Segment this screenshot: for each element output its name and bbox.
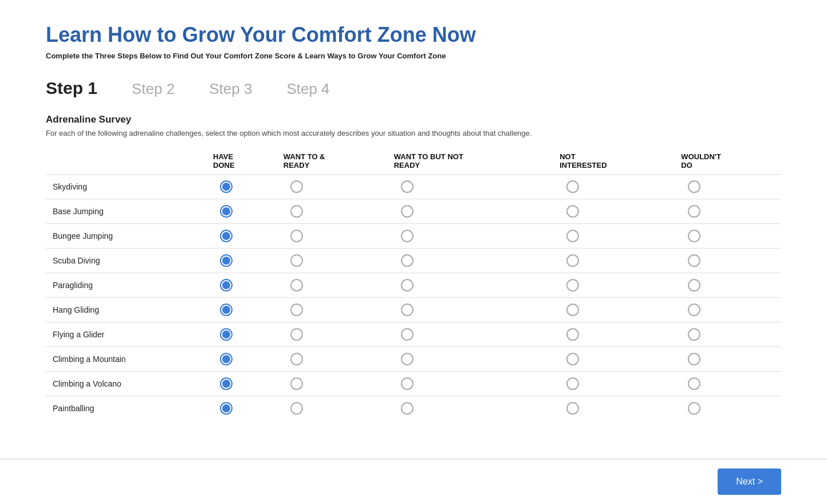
radio-cell[interactable]: [674, 224, 781, 249]
radio-button[interactable]: [290, 304, 303, 316]
radio-cell[interactable]: [206, 249, 277, 273]
radio-cell[interactable]: [277, 298, 387, 322]
step-3-label[interactable]: Step 3: [209, 80, 252, 98]
radio-button[interactable]: [401, 353, 414, 365]
radio-cell[interactable]: [277, 322, 387, 347]
radio-cell[interactable]: [553, 199, 674, 224]
radio-cell[interactable]: [206, 175, 277, 199]
radio-cell[interactable]: [206, 199, 277, 224]
radio-cell[interactable]: [553, 322, 674, 347]
radio-button[interactable]: [220, 230, 233, 242]
radio-button[interactable]: [688, 353, 700, 365]
radio-cell[interactable]: [387, 224, 553, 249]
radio-cell[interactable]: [553, 347, 674, 372]
radio-button[interactable]: [290, 205, 303, 218]
radio-cell[interactable]: [674, 347, 781, 372]
radio-button[interactable]: [566, 377, 579, 390]
radio-button[interactable]: [688, 377, 700, 390]
radio-button[interactable]: [401, 402, 414, 415]
radio-button[interactable]: [220, 328, 233, 341]
radio-cell[interactable]: [277, 396, 387, 421]
radio-button[interactable]: [566, 402, 579, 415]
radio-button[interactable]: [290, 328, 303, 341]
radio-button[interactable]: [688, 254, 700, 267]
radio-cell[interactable]: [553, 175, 674, 199]
radio-button[interactable]: [566, 205, 579, 218]
radio-button[interactable]: [290, 377, 303, 390]
radio-cell[interactable]: [206, 298, 277, 322]
radio-button[interactable]: [220, 304, 233, 316]
step-1-label[interactable]: Step 1: [46, 78, 97, 98]
radio-cell[interactable]: [387, 347, 553, 372]
radio-button[interactable]: [290, 254, 303, 267]
radio-button[interactable]: [566, 230, 579, 242]
radio-cell[interactable]: [674, 396, 781, 421]
radio-cell[interactable]: [553, 224, 674, 249]
radio-cell[interactable]: [206, 396, 277, 421]
radio-cell[interactable]: [277, 175, 387, 199]
radio-cell[interactable]: [277, 372, 387, 396]
radio-cell[interactable]: [553, 396, 674, 421]
radio-cell[interactable]: [387, 372, 553, 396]
radio-cell[interactable]: [206, 372, 277, 396]
radio-button[interactable]: [220, 279, 233, 292]
radio-button[interactable]: [220, 353, 233, 365]
radio-cell[interactable]: [674, 273, 781, 298]
radio-cell[interactable]: [387, 273, 553, 298]
radio-button[interactable]: [220, 254, 233, 267]
radio-cell[interactable]: [206, 347, 277, 372]
radio-cell[interactable]: [387, 175, 553, 199]
radio-button[interactable]: [688, 230, 700, 242]
step-4-label[interactable]: Step 4: [286, 80, 329, 98]
radio-cell[interactable]: [277, 249, 387, 273]
radio-cell[interactable]: [277, 224, 387, 249]
radio-button[interactable]: [688, 279, 700, 292]
radio-cell[interactable]: [387, 249, 553, 273]
radio-cell[interactable]: [387, 322, 553, 347]
radio-cell[interactable]: [674, 199, 781, 224]
radio-button[interactable]: [401, 377, 414, 390]
radio-cell[interactable]: [277, 347, 387, 372]
radio-cell[interactable]: [553, 273, 674, 298]
radio-cell[interactable]: [387, 396, 553, 421]
radio-button[interactable]: [401, 180, 414, 193]
radio-button[interactable]: [566, 254, 579, 267]
radio-cell[interactable]: [674, 372, 781, 396]
radio-button[interactable]: [290, 180, 303, 193]
radio-cell[interactable]: [277, 199, 387, 224]
step-2-label[interactable]: Step 2: [132, 80, 175, 98]
next-button[interactable]: Next >: [718, 468, 781, 495]
radio-button[interactable]: [688, 328, 700, 341]
radio-button[interactable]: [401, 328, 414, 341]
radio-button[interactable]: [220, 205, 233, 218]
radio-button[interactable]: [290, 279, 303, 292]
radio-button[interactable]: [566, 353, 579, 365]
radio-button[interactable]: [688, 304, 700, 316]
radio-button[interactable]: [688, 402, 700, 415]
radio-cell[interactable]: [553, 372, 674, 396]
radio-button[interactable]: [220, 377, 233, 390]
radio-button[interactable]: [566, 304, 579, 316]
radio-cell[interactable]: [387, 298, 553, 322]
radio-button[interactable]: [401, 230, 414, 242]
radio-cell[interactable]: [674, 298, 781, 322]
radio-cell[interactable]: [206, 273, 277, 298]
radio-button[interactable]: [401, 205, 414, 218]
radio-button[interactable]: [220, 402, 233, 415]
radio-button[interactable]: [220, 180, 233, 193]
radio-button[interactable]: [688, 180, 700, 193]
radio-cell[interactable]: [206, 224, 277, 249]
radio-cell[interactable]: [553, 298, 674, 322]
radio-button[interactable]: [566, 180, 579, 193]
radio-button[interactable]: [688, 205, 700, 218]
radio-cell[interactable]: [674, 249, 781, 273]
radio-button[interactable]: [401, 254, 414, 267]
radio-cell[interactable]: [277, 273, 387, 298]
radio-button[interactable]: [401, 304, 414, 316]
radio-button[interactable]: [566, 328, 579, 341]
radio-cell[interactable]: [553, 249, 674, 273]
radio-cell[interactable]: [387, 199, 553, 224]
radio-cell[interactable]: [674, 175, 781, 199]
radio-button[interactable]: [566, 279, 579, 292]
radio-button[interactable]: [290, 353, 303, 365]
